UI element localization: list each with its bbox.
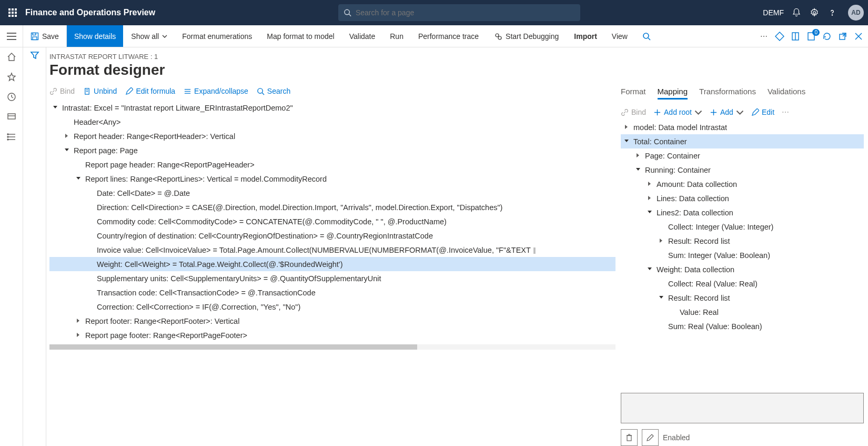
home-icon[interactable] xyxy=(6,52,17,62)
delete-detail-button[interactable] xyxy=(621,429,638,446)
tab-format[interactable]: Format xyxy=(621,85,646,100)
tree-node[interactable]: Supplementary units: Cell<SupplementaryU… xyxy=(49,271,615,285)
waffle-icon[interactable] xyxy=(4,4,21,21)
start-debugging-button[interactable]: Start Debugging xyxy=(487,25,566,47)
add-root-button[interactable]: Add root xyxy=(653,108,702,116)
search-tree-button[interactable]: Search xyxy=(257,87,290,95)
tree-node[interactable]: Correction: Cell<Correction> = IF(@.Corr… xyxy=(49,300,615,314)
unbind-button[interactable]: Unbind xyxy=(83,87,117,95)
save-button[interactable]: Save xyxy=(23,25,67,47)
mapping-more-icon[interactable]: ⋯ xyxy=(782,108,789,116)
tab-mapping[interactable]: Mapping xyxy=(658,85,688,100)
popout-icon[interactable] xyxy=(837,31,848,42)
expand-icon[interactable] xyxy=(659,238,665,244)
tree-node[interactable]: Report page header: Range<ReportPageHead… xyxy=(49,157,615,172)
more-icon[interactable]: ⋯ xyxy=(759,31,769,42)
collapse-icon[interactable] xyxy=(659,295,665,301)
view-button[interactable]: View xyxy=(604,25,635,47)
edit-formula-button[interactable]: Edit formula xyxy=(125,87,175,95)
bell-icon[interactable] xyxy=(791,7,802,18)
add-button[interactable]: Add xyxy=(710,108,744,116)
avatar[interactable]: AD xyxy=(848,5,864,21)
expand-icon[interactable] xyxy=(76,318,82,324)
tree-node[interactable]: Date: Cell<Date> = @.Date xyxy=(49,186,615,200)
validate-button[interactable]: Validate xyxy=(342,25,383,47)
refresh-icon[interactable] xyxy=(822,31,832,42)
tree-node[interactable]: Sum: Integer (Value: Boolean) xyxy=(621,248,864,262)
horizontal-scrollbar[interactable] xyxy=(49,344,615,350)
collapse-icon[interactable] xyxy=(647,266,653,273)
format-enumerations-button[interactable]: Format enumerations xyxy=(175,25,259,47)
recent-icon[interactable] xyxy=(6,92,17,102)
format-tree[interactable]: Intrastat: Excel = "Intrastat report Lit… xyxy=(49,101,615,342)
edit-button[interactable]: Edit xyxy=(751,108,774,116)
mapping-tree[interactable]: model: Data model IntrastatTotal: Contai… xyxy=(621,120,864,333)
expand-icon[interactable] xyxy=(624,124,630,131)
tree-node[interactable]: Report header: Range<ReportHeader>: Vert… xyxy=(49,129,615,143)
tree-node[interactable]: Direction: Cell<Direction> = CASE(@.Dire… xyxy=(49,200,615,214)
show-details-button[interactable]: Show details xyxy=(67,25,123,47)
gear-icon[interactable] xyxy=(809,7,820,18)
tree-node[interactable]: Lines2: Data collection xyxy=(621,205,864,220)
tree-node[interactable]: Result: Record list xyxy=(621,234,864,248)
tree-node[interactable]: Result: Record list xyxy=(621,291,864,305)
tree-node[interactable]: Report lines: Range<ReportLines>: Vertic… xyxy=(49,172,615,186)
tree-node[interactable]: Invoice value: Cell<InvoiceValue> = Tota… xyxy=(49,243,615,257)
tree-node[interactable]: Country/region of destination: Cell<Coun… xyxy=(49,229,615,243)
collapse-icon[interactable] xyxy=(647,210,653,216)
mapping-bind-button[interactable]: Bind xyxy=(621,108,646,116)
close-icon[interactable] xyxy=(853,31,864,42)
tree-node[interactable]: Report footer: Range<ReportFooter>: Vert… xyxy=(49,314,615,328)
tree-node[interactable]: Report page footer: Range<ReportPageFoot… xyxy=(49,328,615,342)
help-icon[interactable] xyxy=(827,7,837,18)
tree-node[interactable]: Transaction code: Cell<TransactionCode> … xyxy=(49,285,615,300)
expand-icon[interactable] xyxy=(76,332,82,339)
tree-node[interactable]: Running: Container xyxy=(621,163,864,177)
tab-validations[interactable]: Validations xyxy=(768,85,805,100)
expand-icon[interactable] xyxy=(635,153,642,159)
diamond-icon[interactable] xyxy=(774,31,785,42)
expand-icon[interactable] xyxy=(647,181,653,187)
collapse-icon[interactable] xyxy=(76,176,82,182)
action-search-icon[interactable] xyxy=(635,25,658,47)
show-all-button[interactable]: Show all xyxy=(124,25,175,47)
collapse-icon[interactable] xyxy=(624,138,630,145)
expand-collapse-button[interactable]: Expand/collapse xyxy=(184,87,248,95)
tree-node[interactable]: Weight: Data collection xyxy=(621,262,864,276)
tree-node[interactable]: Commodity code: Cell<CommodityCode> = CO… xyxy=(49,214,615,229)
tab-transformations[interactable]: Transformations xyxy=(699,85,756,100)
tree-node[interactable]: Collect: Integer (Value: Integer) xyxy=(621,220,864,234)
filter-icon[interactable] xyxy=(30,51,39,446)
hamburger-icon[interactable] xyxy=(0,25,23,47)
tree-node[interactable]: Sum: Real (Value: Boolean) xyxy=(621,319,864,333)
expand-icon[interactable] xyxy=(647,195,653,202)
company-label[interactable]: DEMF xyxy=(763,8,784,17)
tree-node[interactable]: Intrastat: Excel = "Intrastat report Lit… xyxy=(49,101,615,115)
tree-node[interactable]: model: Data model Intrastat xyxy=(621,120,864,134)
global-search[interactable] xyxy=(338,4,580,21)
office-icon[interactable] xyxy=(790,31,801,42)
tree-node[interactable]: Weight: Cell<Weight> = Total.Page.Weight… xyxy=(49,257,615,271)
tree-node[interactable]: Lines: Data collection xyxy=(621,191,864,205)
edit-detail-button[interactable] xyxy=(642,429,659,446)
star-icon[interactable] xyxy=(6,72,17,82)
detail-textarea[interactable] xyxy=(621,393,864,423)
global-search-input[interactable] xyxy=(356,8,575,17)
expand-icon[interactable] xyxy=(64,133,70,140)
tree-node[interactable]: Report page: Page xyxy=(49,143,615,157)
workspace-icon[interactable] xyxy=(6,112,17,122)
bind-button[interactable]: Bind xyxy=(49,87,75,95)
import-button[interactable]: Import xyxy=(567,25,604,47)
tree-node[interactable]: Value: Real xyxy=(621,305,864,319)
collapse-icon[interactable] xyxy=(53,105,59,111)
tree-node[interactable]: Amount: Data collection xyxy=(621,177,864,191)
collapse-icon[interactable] xyxy=(64,147,70,154)
collapse-icon[interactable] xyxy=(635,167,642,173)
modules-icon[interactable] xyxy=(6,132,17,142)
tree-node[interactable]: Header<Any> xyxy=(49,115,615,129)
tree-node[interactable]: Page: Container xyxy=(621,148,864,163)
tree-node[interactable]: Collect: Real (Value: Real) xyxy=(621,276,864,291)
performance-trace-button[interactable]: Performance trace xyxy=(411,25,486,47)
attachments-icon[interactable]: 0 xyxy=(806,31,816,42)
run-button[interactable]: Run xyxy=(382,25,411,47)
